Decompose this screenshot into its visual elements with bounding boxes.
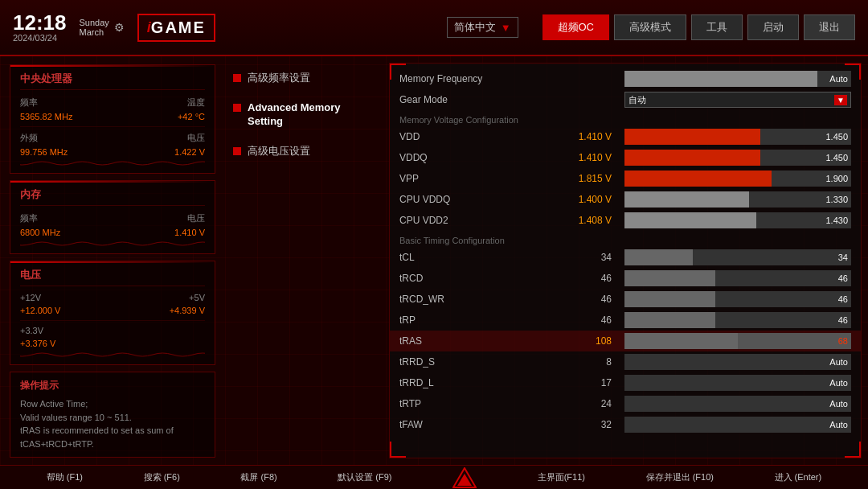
- setting-bar-area-timing-5[interactable]: Auto: [624, 354, 851, 370]
- setting-bar-fill-timing-3: [624, 312, 715, 328]
- cpu-ext-row: 外频 电压: [20, 132, 205, 144]
- setting-bar-area-voltage-0[interactable]: 1.450: [624, 129, 851, 145]
- setting-current-timing-5: 8: [560, 356, 624, 368]
- day-display: Sunday: [80, 18, 109, 27]
- setting-bar-area-timing-0[interactable]: 34: [624, 249, 851, 265]
- setting-name-timing-1: tRCD: [399, 273, 560, 284]
- setting-row-timing-1[interactable]: tRCD 46 46: [390, 268, 861, 289]
- memory-card: 内存 频率 电压 6800 MHz 1.410 V: [10, 180, 215, 254]
- time-block: 12:18 2024/03/24: [13, 12, 67, 43]
- setting-bar-fill-voltage-3: [624, 191, 749, 208]
- setting-row-timing-4[interactable]: tRAS 108 68: [390, 331, 861, 351]
- sidebar-dot-memory: [233, 104, 241, 112]
- v12-label: +12V: [20, 293, 41, 302]
- nav-overclocking-button[interactable]: 超频OC: [542, 14, 610, 40]
- setting-row-voltage-3[interactable]: CPU VDDQ 1.400 V 1.330: [390, 189, 861, 210]
- setting-bar-area-voltage-4[interactable]: 1.430: [624, 212, 851, 228]
- setting-name-timing-7: tRTP: [399, 398, 560, 409]
- settings-container: Memory Frequency Auto Gear Mode: [389, 63, 862, 458]
- setting-bar-area-gear-mode[interactable]: 自动 ▼: [624, 92, 851, 108]
- setting-bar-area-memory-freq[interactable]: Auto: [624, 71, 851, 87]
- setting-current-voltage-0: 1.410 V: [560, 131, 624, 142]
- setting-name-timing-6: tRRD_L: [399, 377, 560, 388]
- setting-row-timing-0[interactable]: tCL 34 34: [390, 247, 861, 268]
- logo-area: i GAME: [137, 14, 215, 42]
- setting-row-timing-3[interactable]: tRP 46 46: [390, 310, 861, 331]
- setting-bar-area-timing-1[interactable]: 46: [624, 270, 851, 286]
- setting-dropdown-value-gear-mode: 自动: [628, 94, 646, 106]
- setting-bar-area-timing-3[interactable]: 46: [624, 312, 851, 328]
- setting-bar-voltage-1: 1.450: [624, 150, 851, 166]
- nav-tools-button[interactable]: 工具: [691, 14, 743, 40]
- setting-name-timing-3: tRP: [399, 314, 560, 326]
- setting-bar-fill-voltage-4: [624, 212, 756, 228]
- setting-bar-area-voltage-3[interactable]: 1.330: [624, 191, 851, 208]
- footer-home: 主界面(F11): [538, 471, 585, 483]
- setting-bar-area-voltage-1[interactable]: 1.450: [624, 150, 851, 166]
- corner-br: [845, 442, 861, 458]
- setting-row-voltage-0[interactable]: VDD 1.410 V 1.450: [390, 126, 861, 147]
- setting-name-memory-freq: Memory Frequency: [399, 73, 560, 84]
- setting-bar-timing-6: Auto: [624, 375, 851, 391]
- setting-bar-value-timing-8: Auto: [829, 420, 848, 429]
- language-selector[interactable]: 简体中文 ▼: [447, 17, 518, 38]
- setting-row-timing-2[interactable]: tRCD_WR 46 46: [390, 289, 861, 310]
- setting-row-voltage-2[interactable]: VPP 1.815 V 1.900: [390, 168, 861, 189]
- sidebar-item-freq[interactable]: 高级频率设置: [233, 68, 378, 88]
- setting-name-voltage-0: VDD: [399, 131, 560, 142]
- cpu-ext-label: 外频: [20, 132, 38, 144]
- setting-bar-value-memory-freq: Auto: [829, 74, 848, 84]
- settings-scroll[interactable]: Memory Frequency Auto Gear Mode: [390, 64, 861, 458]
- footer: 帮助 (F1) 搜索 (F6) 截屏 (F8) 默认设置 (F9) 主界面(F1…: [0, 465, 868, 489]
- v33-value-row: +3.376 V: [20, 339, 205, 348]
- nav-exit-button[interactable]: 退出: [804, 14, 855, 40]
- setting-row-voltage-4[interactable]: CPU VDD2 1.408 V 1.430: [390, 210, 861, 231]
- setting-row-gear-mode[interactable]: Gear Mode 自动 ▼: [390, 89, 861, 110]
- v33-label-row: +3.3V: [20, 326, 205, 335]
- setting-bar-fill-timing-2: [624, 291, 715, 307]
- cpu-freq-label: 频率: [20, 97, 38, 109]
- setting-bar-timing-3: 46: [624, 312, 851, 328]
- header: 12:18 2024/03/24 Sunday March ⚙ i GAME 简…: [0, 0, 868, 56]
- setting-current-voltage-3: 1.400 V: [560, 194, 624, 205]
- setting-name-voltage-3: CPU VDDQ: [399, 194, 560, 205]
- setting-row-timing-6[interactable]: tRRD_L 17 Auto: [390, 372, 861, 393]
- nav-boot-button[interactable]: 启动: [747, 14, 799, 40]
- setting-bar-value-timing-4: 68: [838, 336, 848, 346]
- setting-bar-area-timing-8[interactable]: Auto: [624, 417, 851, 433]
- setting-bar-fill-timing-1: [624, 270, 715, 286]
- setting-row-memory-freq[interactable]: Memory Frequency Auto: [390, 68, 861, 89]
- logo-text: GAME: [151, 18, 206, 37]
- setting-bar-area-timing-6[interactable]: Auto: [624, 375, 851, 391]
- setting-row-timing-7[interactable]: tRTP 24 Auto: [390, 393, 861, 414]
- setting-bar-area-timing-7[interactable]: Auto: [624, 396, 851, 412]
- footer-key-search: 搜索 (F6): [144, 471, 180, 483]
- setting-row-timing-5[interactable]: tRRD_S 8 Auto: [390, 351, 861, 372]
- voltage-card: 电压 +12V +5V +12.000 V +4.939 V +3.3V +3.…: [10, 261, 215, 365]
- setting-bar-value-timing-6: Auto: [829, 378, 848, 388]
- sidebar-item-memory[interactable]: Advanced Memory Setting: [233, 98, 378, 132]
- cpu-temp-value: +42 °C: [178, 112, 205, 121]
- cpu-ext-value-row: 99.756 MHz 1.422 V: [20, 147, 205, 157]
- nav-advanced-button[interactable]: 高级模式: [614, 14, 686, 40]
- setting-bar-area-voltage-2[interactable]: 1.900: [624, 171, 851, 187]
- footer-enter: 进入 (Enter): [775, 471, 822, 483]
- wave-decoration: [20, 160, 205, 166]
- setting-name-timing-5: tRRD_S: [399, 356, 560, 368]
- cpu-freq-value: 5365.82 MHz: [20, 112, 72, 121]
- footer-default: 默认设置 (F9): [338, 471, 391, 483]
- footer-key-default: 默认设置 (F9): [338, 471, 391, 483]
- setting-row-voltage-1[interactable]: VDDQ 1.410 V 1.450: [390, 147, 861, 168]
- setting-row-timing-8[interactable]: tFAW 32 Auto: [390, 414, 861, 435]
- setting-dropdown-gear-mode[interactable]: 自动 ▼: [624, 92, 851, 108]
- setting-current-voltage-4: 1.408 V: [560, 215, 624, 226]
- setting-bar-area-timing-2[interactable]: 46: [624, 291, 851, 307]
- setting-bar-fill-timing-4: [624, 333, 738, 349]
- wave-decoration-2: [20, 240, 205, 247]
- setting-bar-area-timing-4[interactable]: 68: [624, 333, 851, 349]
- day-block: Sunday March: [80, 18, 109, 37]
- setting-name-gear-mode: Gear Mode: [399, 94, 560, 105]
- setting-name-timing-2: tRCD_WR: [399, 294, 560, 305]
- setting-bar-voltage-0: 1.450: [624, 129, 851, 145]
- sidebar-item-voltage[interactable]: 高级电压设置: [233, 142, 378, 162]
